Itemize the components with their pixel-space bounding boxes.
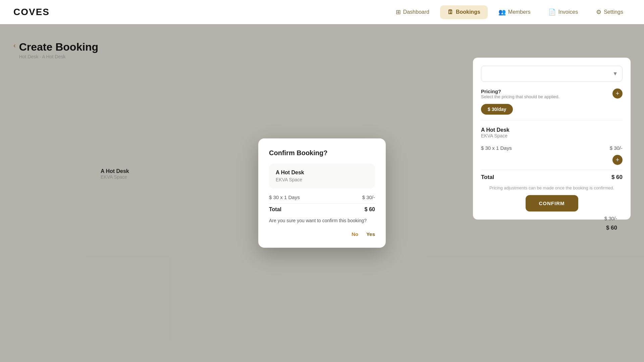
nav-item-invoices[interactable]: 📄 Invoices xyxy=(541,5,585,19)
nav-label-members: Members xyxy=(508,9,531,15)
main-nav: ⊞ Dashboard 🗓 Bookings 👥 Members 📄 Invoi… xyxy=(388,5,631,19)
confirm-booking-modal: Confirm Booking? A Hot Desk EKVA Space $… xyxy=(258,138,386,248)
page-content: ‹ Create Booking Hot Desk · A Hot Desk ▼… xyxy=(0,24,644,362)
members-icon: 👥 xyxy=(498,8,506,16)
modal-booking-card: A Hot Desk EKVA Space xyxy=(269,164,375,188)
invoices-icon: 📄 xyxy=(548,8,556,16)
modal-total-value: $ 60 xyxy=(365,206,375,213)
modal-yes-button[interactable]: Yes xyxy=(366,231,375,237)
dashboard-icon: ⊞ xyxy=(396,8,401,16)
modal-total-label: Total xyxy=(269,206,281,213)
nav-label-dashboard: Dashboard xyxy=(403,9,429,15)
modal-actions: No Yes xyxy=(269,231,375,237)
modal-price-label: $ 30 x 1 Days xyxy=(269,194,300,200)
nav-item-bookings[interactable]: 🗓 Bookings xyxy=(440,5,488,19)
nav-label-settings: Settings xyxy=(604,9,623,15)
modal-desk-space: EKVA Space xyxy=(276,177,368,182)
settings-icon: ⚙ xyxy=(596,8,601,16)
bookings-icon: 🗓 xyxy=(447,9,453,16)
modal-question: Are you sure you want to confirm this bo… xyxy=(269,218,375,223)
modal-desk-name: A Hot Desk xyxy=(276,170,368,176)
nav-item-members[interactable]: 👥 Members xyxy=(491,5,538,19)
nav-item-dashboard[interactable]: ⊞ Dashboard xyxy=(388,5,437,19)
logo: COVES xyxy=(13,7,50,17)
modal-price-row: $ 30 x 1 Days $ 30/- xyxy=(269,194,375,200)
nav-item-settings[interactable]: ⚙ Settings xyxy=(589,5,631,19)
modal-no-button[interactable]: No xyxy=(352,231,358,237)
modal-total-row: Total $ 60 xyxy=(269,203,375,213)
nav-label-invoices: Invoices xyxy=(558,9,578,15)
modal-overlay: Confirm Booking? A Hot Desk EKVA Space $… xyxy=(0,24,644,362)
header: COVES ⊞ Dashboard 🗓 Bookings 👥 Members 📄… xyxy=(0,0,644,24)
modal-price-value: $ 30/- xyxy=(362,194,375,200)
modal-title: Confirm Booking? xyxy=(269,149,375,157)
nav-label-bookings: Bookings xyxy=(456,9,480,15)
